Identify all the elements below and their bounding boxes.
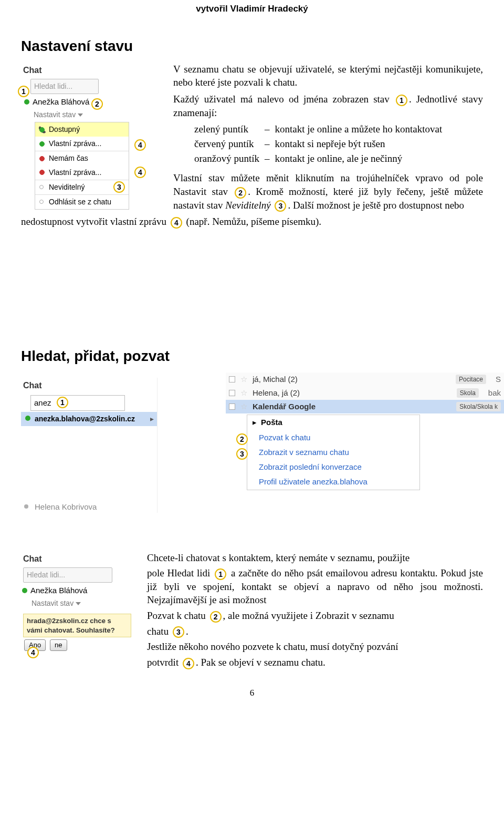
dd-logout[interactable]: Odhlásit se z chatu [35,194,129,209]
text: potvrdit [147,657,181,668]
section1-body: V seznamu chatu se objevují uživatelé, s… [173,63,483,212]
dd-custom-2[interactable]: Vlastní zpráva... [35,165,129,180]
dd-label: Vlastní zpráva... [49,139,101,149]
para-intro: V seznamu chatu se objevují uživatelé, s… [173,63,483,89]
annotation-inline-1: 1 [215,568,226,580]
para-status-led: Každý uživatel má nalevo od jména zobraz… [173,92,483,119]
annotation-4: 4 [27,647,39,658]
mail-row[interactable]: ☆ Helena, já (2) Skola bak [226,386,504,400]
annotation-inline-4: 4 [183,658,194,669]
status-dot-icon [22,588,27,593]
mail-tag: Skola/Skola k [456,402,501,411]
star-icon[interactable]: ☆ [240,374,247,385]
dd-available[interactable]: Dostupný [35,122,129,137]
star-icon[interactable]: ☆ [240,401,247,412]
text: pole Hledat lidi [147,567,213,578]
search-input[interactable]: anez [30,395,125,411]
dd-label: Nemám čas [49,153,88,163]
checkbox-icon[interactable] [229,404,235,410]
text: . Pak se objeví v seznamu chatu. [196,657,326,668]
search-input[interactable]: Hledat lidi... [30,79,99,94]
annotation-2: 2 [236,433,248,445]
set-status-row[interactable]: Nastavit stav [21,597,131,611]
mail-snippet: S [491,374,501,385]
annotation-1: 1 [18,86,29,97]
status-dot-icon [25,416,30,421]
search-input[interactable]: Hledat lidi... [23,567,112,583]
checkbox-icon[interactable] [229,376,235,382]
text: . [186,626,188,637]
text: chatu 3. [147,625,483,638]
mail-snippet: bak [484,388,501,398]
mail-sender: Helena, já (2) [253,388,300,398]
annotation-inline-1: 1 [396,95,407,106]
contact-line[interactable]: Anežka Bláhová [21,95,158,109]
dd-custom-1[interactable]: Vlastní zpráva... [35,137,129,151]
star-icon[interactable]: ☆ [240,388,247,398]
menu-recent-convos[interactable]: Zobrazit poslední konverzace [247,460,419,474]
chevron-down-icon [78,113,83,117]
legend-val: kontakt je online a můžete ho kontaktova… [275,122,448,137]
status-dropdown: Dostupný Vlastní zpráva... Nemám čas Vla… [35,122,129,209]
set-status-row[interactable]: Nastavit stav [21,109,158,122]
mail-row[interactable]: ☆ já, Michal (2) Pocitace S [226,373,504,386]
dot-red-icon [39,170,45,175]
annotation-inline-3: 3 [275,200,286,212]
contact-blurred: Helena Kobrivova [21,500,157,512]
mail-sender: já, Michal (2) [253,374,298,385]
contact-name: Helena Kobrivova [35,502,97,511]
menu-profile[interactable]: Profil uživatele anezka.blahova [247,474,419,489]
context-menu-header: ▸ Pošta [247,415,419,430]
para-ownstatus: Vlastní stav můžete měnit kliknutím na t… [173,171,483,212]
set-status-label: Nastavit stav [32,598,74,608]
mail-row-selected[interactable]: ☆ Kalendář Google Skola/Skola k [226,400,504,413]
context-menu: ▸ Pošta Pozvat k chatu Zobrazit v seznam… [247,415,420,490]
text: chatu [147,626,171,637]
chat-header: Chat [21,378,157,394]
section2-body: Chcete-li chatovat s kontaktem, který ne… [147,551,483,671]
legend-val: kontakt je online, ale je nečinný [275,152,448,167]
text: Každý uživatel má nalevo od jména zobraz… [173,94,394,105]
text: pole Hledat lidi 1 a začněte do něho psá… [147,566,483,607]
legend-val: kontakt si nepřeje být rušen [275,137,448,152]
dot-green-icon [39,127,45,132]
dd-label: Neviditelný [49,182,85,192]
annotation-2: 2 [91,98,103,110]
chat-header: Chat [21,63,158,78]
menu-show-in-list[interactable]: Zobrazit v seznamu chatu [247,445,419,460]
annotation-4b: 4 [134,167,146,178]
annotation-inline-2: 2 [235,187,246,199]
annotation-inline-4: 4 [171,217,182,229]
decline-button[interactable]: ne [50,639,67,651]
annotation-1: 1 [57,397,68,408]
menu-invite[interactable]: Pozvat k chatu [247,430,419,445]
text-italic: Neviditelný [225,200,271,211]
text: potvrdit 4. Pak se objeví v seznamu chat… [147,656,483,669]
checkbox-icon[interactable] [229,390,235,396]
mail-sender: Kalendář Google [253,401,316,412]
chevron-down-icon [76,602,81,605]
dash: – [265,152,275,167]
dd-label: Odhlásit se z chatu [49,197,111,207]
dd-busy[interactable]: Nemám čas [35,151,129,165]
dot-outline-icon [39,185,44,189]
status-dot-icon [24,504,28,509]
annotation-3: 3 [236,448,248,460]
text: , ale možná využijete i Zobrazit v sezna… [223,610,394,621]
annotation-4a: 4 [134,139,146,151]
invite-prompt: hrada@2zskolin.cz chce s vámi chatovat. … [23,614,131,637]
legend-key: červený puntík [194,137,265,152]
screenshot-mail-context: ☆ já, Michal (2) Pocitace S ☆ Helena, já… [226,373,504,490]
annotation-inline-3: 3 [173,626,184,638]
legend-key: oranžový puntík [194,152,265,167]
screenshot-chat-status: Chat Hledat lidi... Anežka Bláhová Nasta… [21,63,158,210]
mail-tag: Skola [457,388,479,398]
chevron-right-icon: ▸ [253,417,257,428]
para-custom-msg: nedostupnost vytvořit vlastní zprávu 4 (… [21,215,483,229]
set-status-label: Nastavit stav [34,110,76,120]
menu-head-label: Pošta [261,417,282,428]
search-result-selected[interactable]: anezka.blahova@2zskolin.cz ▸ [21,412,157,426]
contact-name: Anežka Bláhová [30,585,87,596]
contact-line[interactable]: Anežka Bláhová [21,584,131,597]
page-number: 6 [21,687,483,699]
